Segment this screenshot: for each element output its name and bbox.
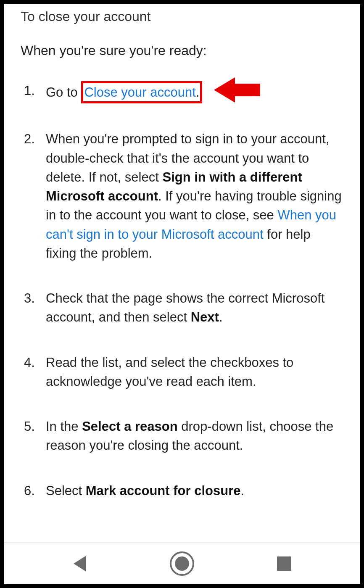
step-6-bold: Mark account for closure [86, 483, 241, 498]
svg-marker-0 [214, 77, 260, 103]
step-6-text-a: Select [46, 483, 86, 498]
step-6: Select Mark account for closure. [24, 481, 343, 500]
recent-square-icon [277, 556, 291, 571]
step-1: Go to Close your account. [24, 81, 343, 103]
step-4: Read the list, and select the checkboxes… [24, 353, 343, 391]
step-2: When you're prompted to sign in to your … [24, 129, 343, 263]
step-3: Check that the page shows the correct Mi… [24, 289, 343, 327]
article-body: To close your account When you're sure y… [4, 4, 360, 500]
steps-list: Go to Close your account. When you're pr… [21, 81, 343, 500]
android-nav-bar [4, 542, 360, 584]
step-5: In the Select a reason drop-down list, c… [24, 417, 343, 455]
page-subtitle: When you're sure you're ready: [21, 43, 343, 58]
page-title: To close your account [21, 9, 343, 24]
close-account-link[interactable]: Close your account [84, 85, 195, 100]
step-1-suffix: . [196, 85, 200, 100]
step-3-bold: Next [191, 310, 219, 324]
highlight-box: Close your account. [81, 81, 202, 103]
step-1-prefix: Go to [46, 85, 78, 100]
back-triangle-icon [74, 556, 86, 572]
step-3-text-a: Check that the page shows the correct Mi… [46, 291, 324, 324]
nav-home-button[interactable] [169, 551, 195, 576]
home-circle-icon [170, 551, 194, 576]
step-5-text-a: In the [46, 419, 82, 434]
step-3-text-b: . [219, 310, 223, 324]
red-arrow-annotation [214, 75, 260, 110]
step-6-text-b: . [240, 483, 244, 498]
nav-recent-button[interactable] [272, 551, 297, 576]
step-5-bold: Select a reason [82, 419, 177, 434]
nav-back-button[interactable] [67, 551, 92, 576]
